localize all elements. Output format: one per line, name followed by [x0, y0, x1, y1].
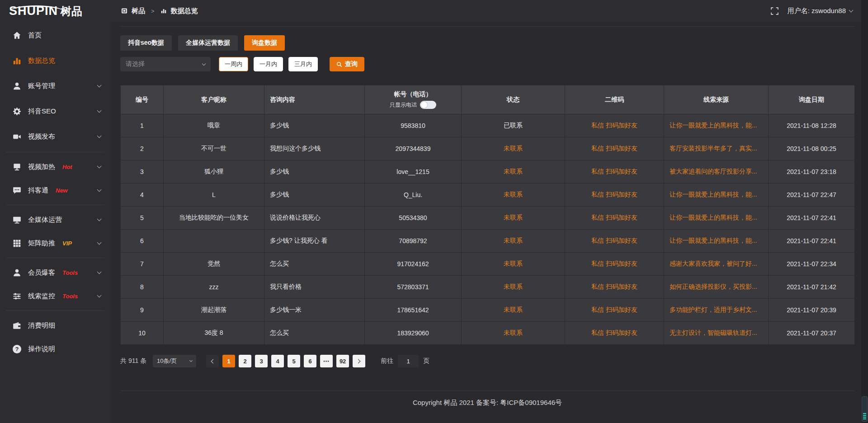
chat-icon	[13, 186, 21, 195]
cell-date: 2021-11-07 20:37	[769, 322, 855, 345]
toggle-knob	[421, 102, 427, 108]
sidebar-item-spending-detail[interactable]: 消费明细	[0, 314, 111, 337]
table-row: 7 觉然 怎么买 917024162 未联系 私信 扫码加好友 感谢大家喜欢我家…	[121, 253, 855, 276]
cell-nickname: 36度 8	[164, 322, 264, 345]
sidebar-item-data-overview[interactable]: 数据总览	[0, 48, 111, 73]
cell-date: 2021-11-07 20:39	[769, 299, 855, 322]
app-logo: SHUPIN 树品	[0, 5, 111, 17]
qrcode-link[interactable]: 私信 扫码加好友	[565, 160, 664, 183]
user-menu[interactable]: 用户名: zswodun88	[788, 7, 853, 15]
sidebar-item-lead-monitor[interactable]: 线索监控 Tools	[0, 284, 111, 308]
sidebar-item-instructions[interactable]: 操作说明	[0, 337, 111, 361]
filter-select[interactable]: 请选择	[120, 57, 211, 71]
sidebar-item-omnimedia[interactable]: 全媒体运营	[0, 208, 111, 231]
next-page-button[interactable]	[353, 355, 365, 367]
qrcode-link[interactable]: 私信 扫码加好友	[565, 114, 664, 137]
breadcrumb-home[interactable]: 树品	[132, 7, 145, 15]
cell-nickname: 潮起潮落	[164, 299, 264, 322]
chevron-down-icon	[97, 293, 102, 298]
sidebar-item-label: 抖音SEO	[28, 107, 56, 116]
cell-date: 2021-11-08 00:25	[769, 137, 855, 160]
source-link[interactable]: 被大家追着问的客厅投影分享...	[664, 160, 769, 183]
chevron-down-icon	[202, 61, 206, 65]
sidebar-divider	[6, 152, 104, 152]
chevron-down-icon	[97, 240, 102, 245]
status-badge: 已联系	[462, 114, 565, 137]
source-link[interactable]: 无主灯设计，智能磁吸轨道灯...	[664, 322, 769, 345]
screen-icon	[13, 163, 21, 171]
monitor-icon	[13, 216, 21, 224]
qrcode-link[interactable]: 私信 扫码加好友	[565, 207, 664, 230]
qrcode-link[interactable]: 私信 扫码加好友	[565, 299, 664, 322]
fullscreen-icon[interactable]	[771, 7, 778, 15]
qrcode-link[interactable]: 私信 扫码加好友	[565, 183, 664, 207]
sidebar-item-account-management[interactable]: 账号管理	[0, 73, 111, 99]
chevron-down-icon	[97, 83, 102, 88]
chevron-right-icon	[356, 359, 361, 363]
page-button-3[interactable]: 3	[255, 355, 268, 367]
sidebar-item-home[interactable]: 首页	[0, 23, 111, 48]
search-button[interactable]: 查询	[330, 57, 364, 71]
sidebar-divider	[6, 258, 104, 258]
sidebar-item-label: 账号管理	[28, 82, 55, 90]
page-button-1[interactable]: 1	[222, 355, 235, 367]
qrcode-link[interactable]: 私信 扫码加好友	[565, 322, 664, 345]
cell-content: 多少钱	[264, 160, 365, 183]
cell-id: 7	[121, 253, 164, 276]
status-badge: 未联系	[462, 322, 565, 345]
tab-omnimedia-data[interactable]: 全媒体运营数据	[178, 35, 238, 51]
question-icon	[13, 345, 21, 353]
tab-inquiry-data[interactable]: 询盘数据	[244, 35, 285, 51]
page-size-select[interactable]: 10条/页	[153, 355, 196, 367]
source-link[interactable]: 如何正确选择投影仪，买投影...	[664, 276, 769, 299]
source-link[interactable]: 让你一眼就爱上的黑科技，能...	[664, 114, 769, 137]
user-icon	[13, 82, 21, 90]
sidebar-item-video-heat[interactable]: 视频加热 Hot	[0, 155, 111, 179]
goto-page-input[interactable]	[398, 355, 419, 367]
period-month-button[interactable]: 一月内	[254, 57, 283, 71]
page-button-5[interactable]: 5	[288, 355, 300, 367]
scrollbar-track[interactable]	[861, 0, 868, 423]
qrcode-link[interactable]: 私信 扫码加好友	[565, 253, 664, 276]
inquiry-table: 编号 客户昵称 咨询内容 帐号（电话） 只显示电话 状态 二维码 线索来源 询盘…	[120, 85, 855, 345]
sidebar-item-label: 视频加热	[28, 163, 55, 171]
qrcode-link[interactable]: 私信 扫码加好友	[565, 276, 664, 299]
source-link[interactable]: 多功能护栏灯，适用于乡村文...	[664, 299, 769, 322]
period-quarter-button[interactable]: 三月内	[288, 57, 318, 71]
sidebar-item-label: 会员爆客	[28, 268, 55, 277]
table-row: 2 不可一世 我想问这个多少钱 2097344839 未联系 私信 扫码加好友 …	[121, 137, 855, 160]
col-header-account: 帐号（电话） 只显示电话	[365, 85, 462, 114]
more-pages-button[interactable]	[320, 355, 333, 367]
period-week-button[interactable]: 一周内	[219, 57, 248, 71]
source-link[interactable]: 感谢大家喜欢我家，被问了好...	[664, 253, 769, 276]
pagination: 共 911 条 10条/页 1 2 3 4 5 6 92 前往 页	[120, 355, 855, 367]
goto-page-group: 前往 页	[381, 355, 429, 367]
sidebar-item-label: 消费明细	[28, 321, 55, 330]
sidebar-item-member-burst[interactable]: 会员爆客 Tools	[0, 261, 111, 284]
cell-id: 4	[121, 183, 164, 207]
prev-page-button[interactable]	[206, 355, 219, 367]
sidebar-item-video-publish[interactable]: 视频发布	[0, 124, 111, 149]
sidebar-item-matrix-boost[interactable]: 矩阵助推 VIP	[0, 231, 111, 255]
cell-id: 8	[121, 276, 164, 299]
floating-widget[interactable]	[862, 396, 868, 422]
phone-only-toggle[interactable]	[420, 101, 436, 109]
account-header-label: 帐号（电话）	[370, 90, 456, 99]
sidebar-item-label: 抖客通	[28, 186, 48, 195]
sidebar-divider	[6, 205, 104, 205]
qrcode-link[interactable]: 私信 扫码加好友	[565, 137, 664, 160]
qrcode-link[interactable]: 私信 扫码加好友	[565, 230, 664, 253]
sidebar-item-douyin-seo[interactable]: 抖音SEO	[0, 99, 111, 124]
sidebar-item-doukeTong[interactable]: 抖客通 New	[0, 179, 111, 202]
source-link[interactable]: 让你一眼就爱上的黑科技，能...	[664, 207, 769, 230]
page-button-92[interactable]: 92	[336, 355, 349, 367]
cell-id: 5	[121, 207, 164, 230]
chevron-down-icon	[97, 134, 102, 138]
source-link[interactable]: 客厅安装投影半年多了，真实...	[664, 137, 769, 160]
page-button-2[interactable]: 2	[239, 355, 251, 367]
source-link[interactable]: 让你一眼就爱上的黑科技，能...	[664, 183, 769, 207]
tab-douyin-seo-data[interactable]: 抖音seo数据	[120, 35, 172, 51]
page-button-6[interactable]: 6	[304, 355, 316, 367]
source-link[interactable]: 让你一眼就爱上的黑科技，能...	[664, 230, 769, 253]
page-button-4[interactable]: 4	[271, 355, 284, 367]
